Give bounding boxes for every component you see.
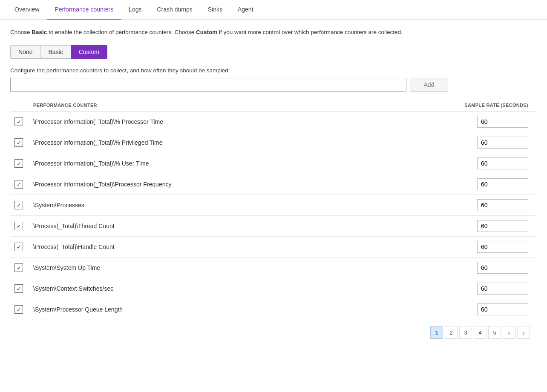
desc-between: to enable the collection of performance … <box>47 29 196 35</box>
rate-input[interactable] <box>477 220 528 232</box>
row-checkbox-cell: ✓ <box>10 112 29 132</box>
counter-checkbox[interactable]: ✓ <box>14 263 23 272</box>
row-checkbox-cell: ✓ <box>10 258 29 278</box>
check-icon: ✓ <box>17 244 21 250</box>
counter-checkbox[interactable]: ✓ <box>14 180 23 189</box>
counter-checkbox[interactable]: ✓ <box>14 117 23 126</box>
counter-name: \Process(_Total)\Thread Count <box>29 216 439 237</box>
check-icon: ✓ <box>17 265 21 271</box>
counter-table: PERFORMANCE COUNTER SAMPLE RATE (SECONDS… <box>10 99 537 320</box>
desc-custom: Custom <box>196 29 217 35</box>
page-5-button[interactable]: 5 <box>488 326 501 339</box>
check-icon: ✓ <box>17 223 21 229</box>
rate-input[interactable] <box>477 303 528 315</box>
counter-name: \System\Processes <box>29 195 439 216</box>
col-counter-header: PERFORMANCE COUNTER <box>29 99 439 112</box>
col-check <box>10 99 29 112</box>
rate-input[interactable] <box>477 241 528 253</box>
row-checkbox-cell: ✓ <box>10 216 29 237</box>
table-row: ✓\Processor Information(_Total)\% User T… <box>10 153 537 174</box>
table-row: ✓\Processor Information(_Total)\% Privil… <box>10 132 537 153</box>
counter-checkbox[interactable]: ✓ <box>14 138 23 147</box>
counter-name: \Processor Information(_Total)\Processor… <box>29 174 439 195</box>
counter-checkbox[interactable]: ✓ <box>14 159 23 168</box>
rate-cell <box>439 299 537 320</box>
tab-bar: Overview Performance counters Logs Crash… <box>0 0 547 20</box>
desc-after: if you want more control over which perf… <box>217 29 402 35</box>
counter-checkbox[interactable]: ✓ <box>14 222 23 230</box>
mode-button-group: None Basic Custom <box>10 45 537 59</box>
tab-crash-dumps[interactable]: Crash dumps <box>149 0 200 20</box>
mode-none-button[interactable]: None <box>10 45 40 59</box>
rate-input[interactable] <box>477 262 528 274</box>
counter-name: \Processor Information(_Total)\% Privile… <box>29 132 439 153</box>
row-checkbox-cell: ✓ <box>10 132 29 153</box>
counter-checkbox[interactable]: ✓ <box>14 243 23 251</box>
rate-cell <box>439 153 537 174</box>
tab-overview[interactable]: Overview <box>7 0 47 20</box>
table-row: ✓\System\Processor Queue Length <box>10 299 537 320</box>
main-container: Overview Performance counters Logs Crash… <box>0 0 547 392</box>
rate-input[interactable] <box>477 116 528 128</box>
rate-input[interactable] <box>477 137 528 149</box>
counter-checkbox[interactable]: ✓ <box>14 201 23 209</box>
rate-cell <box>439 258 537 278</box>
page-4-button[interactable]: 4 <box>474 326 487 339</box>
counter-name: \System\Processor Queue Length <box>29 299 439 320</box>
mode-custom-button[interactable]: Custom <box>71 45 107 59</box>
pagination: 1 2 3 4 5 ‹ › <box>10 320 537 345</box>
check-icon: ✓ <box>17 203 21 208</box>
table-row: ✓\Process(_Total)\Thread Count <box>10 216 537 237</box>
table-row: ✓\System\Context Switches/sec <box>10 278 537 299</box>
check-icon: ✓ <box>17 182 21 187</box>
tab-logs[interactable]: Logs <box>121 0 149 20</box>
rate-cell <box>439 278 537 299</box>
rate-input[interactable] <box>477 157 528 169</box>
counter-name: \System\System Up Time <box>29 258 439 278</box>
counter-name: \Process(_Total)\Handle Count <box>29 237 439 258</box>
description-text: Choose Basic to enable the collection of… <box>10 28 537 37</box>
counter-name: \Processor Information(_Total)\% Process… <box>29 112 439 132</box>
rate-cell <box>439 237 537 258</box>
table-row: ✓\Processor Information(_Total)\Processo… <box>10 174 537 195</box>
mode-basic-button[interactable]: Basic <box>40 45 71 59</box>
check-icon: ✓ <box>17 307 21 312</box>
add-button[interactable]: Add <box>410 78 448 92</box>
row-checkbox-cell: ✓ <box>10 174 29 195</box>
rate-input[interactable] <box>477 199 528 211</box>
page-3-button[interactable]: 3 <box>459 326 472 339</box>
check-icon: ✓ <box>17 286 21 292</box>
next-page-button[interactable]: › <box>517 326 530 339</box>
check-icon: ✓ <box>17 140 21 146</box>
page-2-button[interactable]: 2 <box>445 326 458 339</box>
page-1-button[interactable]: 1 <box>430 326 443 339</box>
tab-performance-counters[interactable]: Performance counters <box>47 0 121 20</box>
tab-agent[interactable]: Agent <box>230 0 261 20</box>
row-checkbox-cell: ✓ <box>10 153 29 174</box>
add-counter-row: Add <box>10 78 537 92</box>
table-row: ✓\System\Processes <box>10 195 537 216</box>
counter-name: \System\Context Switches/sec <box>29 278 439 299</box>
counter-input[interactable] <box>10 78 406 92</box>
rate-cell <box>439 132 537 153</box>
table-row: ✓\System\System Up Time <box>10 258 537 278</box>
row-checkbox-cell: ✓ <box>10 278 29 299</box>
check-icon: ✓ <box>17 161 21 166</box>
counter-checkbox[interactable]: ✓ <box>14 305 23 314</box>
check-icon: ✓ <box>17 119 21 125</box>
prev-page-button[interactable]: ‹ <box>503 326 515 339</box>
table-row: ✓\Processor Information(_Total)\% Proces… <box>10 112 537 132</box>
counter-checkbox[interactable]: ✓ <box>14 284 23 293</box>
tab-sinks[interactable]: Sinks <box>200 0 230 20</box>
configure-text: Configure the performance counters to co… <box>10 67 537 74</box>
desc-before: Choose <box>10 29 32 35</box>
content-area: Choose Basic to enable the collection of… <box>0 20 547 353</box>
desc-basic: Basic <box>32 29 47 35</box>
rate-cell <box>439 216 537 237</box>
rate-input[interactable] <box>477 283 528 295</box>
rate-cell <box>439 112 537 132</box>
row-checkbox-cell: ✓ <box>10 195 29 216</box>
row-checkbox-cell: ✓ <box>10 299 29 320</box>
rate-input[interactable] <box>477 178 528 190</box>
rate-cell <box>439 195 537 216</box>
